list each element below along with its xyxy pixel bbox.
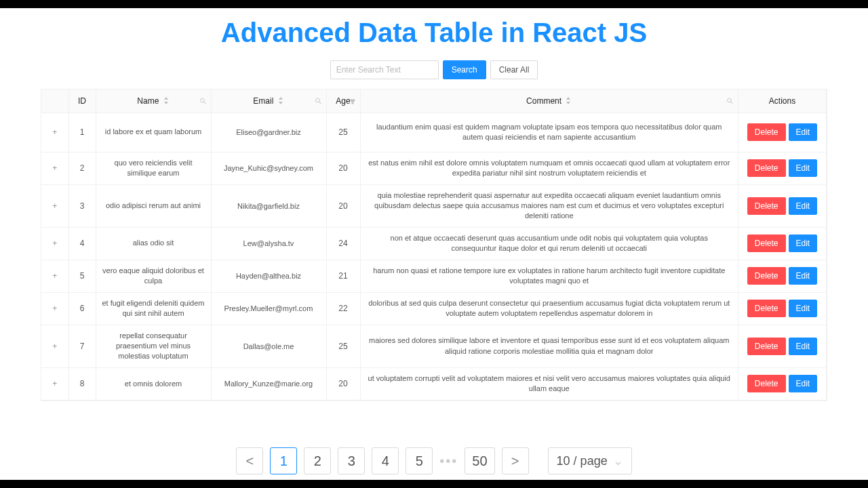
edit-button[interactable]: Edit — [789, 159, 818, 177]
column-age[interactable]: Age — [326, 89, 360, 113]
delete-button[interactable]: Delete — [747, 300, 786, 317]
edit-button[interactable]: Edit — [789, 267, 818, 285]
delete-button[interactable]: Delete — [747, 235, 786, 252]
cell-actions: DeleteEdit — [738, 292, 827, 325]
cell-comment: est natus enim nihil est dolore omnis vo… — [360, 152, 738, 184]
cell-actions: DeleteEdit — [738, 113, 827, 152]
pagination-ellipsis[interactable]: ••• — [439, 453, 458, 469]
expand-row-button[interactable]: + — [52, 163, 57, 173]
cell-name: quo vero reiciendis velit similique earu… — [96, 152, 211, 184]
edit-button[interactable]: Edit — [789, 235, 818, 252]
column-expand — [41, 89, 68, 113]
cell-id: 3 — [68, 184, 96, 227]
cell-email: Eliseo@gardner.biz — [211, 113, 326, 152]
delete-button[interactable]: Delete — [747, 159, 786, 177]
chevron-down-icon: ⌄ — [613, 453, 623, 468]
search-icon[interactable] — [315, 97, 322, 104]
column-comment[interactable]: Comment — [360, 89, 738, 113]
cell-age: 20 — [326, 152, 360, 184]
page-title: Advanced Data Table in React JS — [0, 18, 868, 48]
edit-button[interactable]: Edit — [789, 338, 818, 355]
table-row: +1id labore ex et quam laborumEliseo@gar… — [41, 113, 827, 152]
page-2-button[interactable]: 2 — [304, 447, 331, 474]
edit-button[interactable]: Edit — [789, 375, 818, 392]
cell-id: 1 — [68, 113, 96, 152]
expand-row-button[interactable]: + — [52, 342, 57, 351]
cell-age: 20 — [326, 184, 360, 227]
cell-name: odio adipisci rerum aut animi — [96, 184, 211, 227]
prev-page-button[interactable]: < — [236, 447, 263, 474]
table-row: +3odio adipisci rerum aut animiNikita@ga… — [41, 184, 827, 227]
column-id-label: ID — [78, 96, 86, 106]
search-input[interactable] — [330, 60, 439, 79]
cell-comment: doloribus at sed quis culpa deserunt con… — [360, 292, 738, 325]
table-row: +6et fugit eligendi deleniti quidem qui … — [41, 292, 827, 325]
search-button[interactable]: Search — [443, 60, 486, 79]
cell-age: 22 — [326, 292, 360, 325]
cell-email: Mallory_Kunze@marie.org — [211, 367, 326, 400]
cell-email: Jayne_Kuhic@sydney.com — [211, 152, 326, 184]
delete-button[interactable]: Delete — [747, 338, 786, 355]
expand-row-button[interactable]: + — [52, 379, 57, 388]
cell-id: 2 — [68, 152, 96, 184]
column-name[interactable]: Name — [96, 89, 211, 113]
edit-button[interactable]: Edit — [789, 197, 818, 215]
cell-comment: ut voluptatem corrupti velit ad voluptat… — [360, 367, 738, 400]
expand-row-button[interactable]: + — [52, 239, 57, 248]
edit-button[interactable]: Edit — [789, 123, 818, 141]
cell-comment: quia molestiae reprehenderit quasi asper… — [360, 184, 738, 227]
cell-actions: DeleteEdit — [738, 227, 827, 260]
page-4-button[interactable]: 4 — [372, 447, 399, 474]
column-actions: Actions — [738, 89, 827, 113]
page-size-select[interactable]: 10 / page ⌄ — [548, 447, 632, 474]
cell-email: Hayden@althea.biz — [211, 260, 326, 292]
column-name-label: Name — [137, 96, 159, 106]
cell-id: 7 — [68, 325, 96, 367]
delete-button[interactable]: Delete — [747, 375, 786, 392]
cell-comment: harum non quasi et ratione tempore iure … — [360, 260, 738, 292]
cell-name: alias odio sit — [96, 227, 211, 260]
filter-icon[interactable] — [349, 98, 356, 104]
page-1-button[interactable]: 1 — [270, 447, 297, 474]
expand-row-button[interactable]: + — [52, 127, 57, 137]
column-actions-label: Actions — [769, 96, 795, 106]
column-age-label: Age — [336, 96, 350, 106]
next-page-button[interactable]: > — [502, 447, 529, 474]
cell-name: vero eaque aliquid doloribus et culpa — [96, 260, 211, 292]
expand-row-button[interactable]: + — [52, 271, 57, 281]
cell-name: id labore ex et quam laborum — [96, 113, 211, 152]
cell-actions: DeleteEdit — [738, 260, 827, 292]
cell-actions: DeleteEdit — [738, 152, 827, 184]
cell-id: 4 — [68, 227, 96, 260]
column-email[interactable]: Email — [211, 89, 326, 113]
expand-row-button[interactable]: + — [52, 304, 57, 313]
column-email-label: Email — [253, 96, 273, 106]
page-last-button[interactable]: 50 — [465, 447, 494, 474]
expand-row-button[interactable]: + — [52, 201, 57, 211]
cell-id: 5 — [68, 260, 96, 292]
search-icon[interactable] — [726, 97, 734, 104]
page-3-button[interactable]: 3 — [338, 447, 365, 474]
cell-name: et omnis dolorem — [96, 367, 211, 400]
cell-name: et fugit eligendi deleniti quidem qui si… — [96, 292, 211, 325]
delete-button[interactable]: Delete — [747, 197, 786, 215]
cell-email: Nikita@garfield.biz — [211, 184, 326, 227]
table-row: +8et omnis doloremMallory_Kunze@marie.or… — [41, 367, 827, 400]
table-row: +7repellat consequatur praesentium vel m… — [41, 325, 827, 367]
table-row: +4alias odio sitLew@alysha.tv24non et at… — [41, 227, 827, 260]
cell-email: Dallas@ole.me — [211, 325, 326, 367]
edit-button[interactable]: Edit — [789, 300, 818, 317]
cell-comment: non et atque occaecati deserunt quas acc… — [360, 227, 738, 260]
delete-button[interactable]: Delete — [747, 267, 786, 285]
cell-email: Lew@alysha.tv — [211, 227, 326, 260]
cell-comment: laudantium enim quasi est quidem magnam … — [360, 113, 738, 152]
column-id[interactable]: ID — [68, 89, 96, 113]
clear-all-button[interactable]: Clear All — [490, 60, 538, 79]
table-row: +5vero eaque aliquid doloribus et culpaH… — [41, 260, 827, 292]
cell-id: 6 — [68, 292, 96, 325]
cell-comment: maiores sed dolores similique labore et … — [360, 325, 738, 367]
page-5-button[interactable]: 5 — [406, 447, 433, 474]
column-comment-label: Comment — [526, 96, 561, 106]
delete-button[interactable]: Delete — [747, 123, 786, 141]
search-icon[interactable] — [199, 97, 207, 104]
